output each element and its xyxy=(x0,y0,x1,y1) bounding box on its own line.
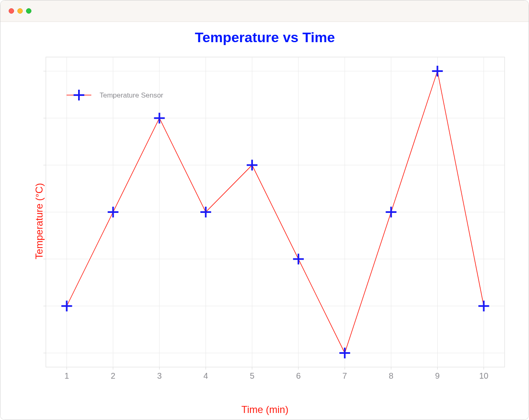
x-tick-label: 1 xyxy=(64,371,69,380)
y-ticks: 29303132333435 xyxy=(42,67,46,358)
x-tick-label: 8 xyxy=(389,371,393,380)
x-tick-label: 4 xyxy=(203,371,208,380)
x-tick-label: 7 xyxy=(343,371,347,380)
chart-svg: 1234567891029303132333435Temperature Sen… xyxy=(42,53,509,384)
data-marker-plus-icon xyxy=(61,301,72,311)
window-titlebar xyxy=(0,0,529,22)
chart-container: Temperature vs Time Temperature (°C) Tim… xyxy=(0,22,529,420)
data-marker-plus-icon xyxy=(293,254,304,265)
window-close-button[interactable] xyxy=(9,8,14,14)
chart-title: Temperature vs Time xyxy=(0,29,529,45)
legend: Temperature Sensor xyxy=(67,90,163,100)
legend-marker-plus-icon xyxy=(74,90,84,100)
data-marker-plus-icon xyxy=(154,113,165,124)
x-tick-label: 10 xyxy=(479,371,488,380)
window-minimize-button[interactable] xyxy=(17,8,23,14)
app-window: Temperature vs Time Temperature (°C) Tim… xyxy=(0,0,529,420)
x-ticks: 12345678910 xyxy=(64,367,488,380)
data-marker-plus-icon xyxy=(479,301,489,311)
data-marker-plus-icon xyxy=(339,348,350,358)
x-tick-label: 5 xyxy=(250,371,254,380)
legend-entry-label: Temperature Sensor xyxy=(100,91,163,99)
x-tick-label: 6 xyxy=(296,371,300,380)
x-tick-label: 2 xyxy=(111,371,115,380)
x-tick-label: 9 xyxy=(435,371,440,380)
data-marker-plus-icon xyxy=(386,207,396,217)
data-marker-plus-icon xyxy=(108,207,119,217)
x-axis-label: Time (min) xyxy=(0,404,529,415)
window-maximize-button[interactable] xyxy=(26,8,31,14)
data-marker-plus-icon xyxy=(432,66,443,76)
x-tick-label: 3 xyxy=(157,371,162,380)
plot-area: 1234567891029303132333435Temperature Sen… xyxy=(42,53,509,384)
